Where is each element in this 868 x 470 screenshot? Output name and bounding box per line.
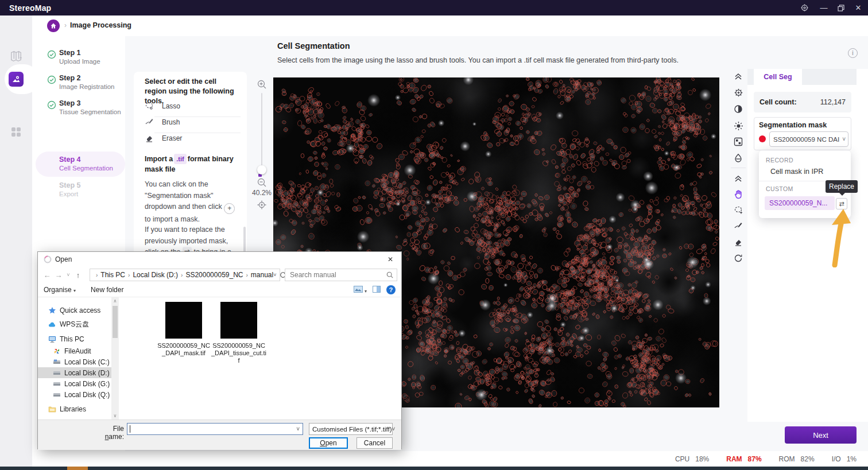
dialog-toolbar: Organise ▾ New folder ▾ ? bbox=[38, 283, 401, 297]
crosshair-icon bbox=[257, 200, 267, 210]
address-crumb[interactable]: manual bbox=[251, 271, 273, 279]
tool-brush[interactable]: Brush bbox=[145, 116, 240, 128]
address-bar[interactable]: › This PC › Local Disk (D:) › SS20000005… bbox=[90, 269, 280, 281]
tree-item-libraries[interactable]: Libraries bbox=[38, 403, 111, 414]
open-button[interactable]: Open bbox=[309, 437, 348, 449]
lasso-select-button[interactable] bbox=[729, 205, 747, 215]
collapse-up-button[interactable] bbox=[729, 72, 747, 81]
search-box[interactable] bbox=[285, 269, 397, 281]
minimize-button[interactable]: — bbox=[814, 0, 834, 15]
disk-icon bbox=[53, 380, 61, 388]
droplet-icon bbox=[734, 153, 743, 162]
tab-cell-seg[interactable]: Cell Seg bbox=[754, 69, 802, 85]
zoom-out-button[interactable] bbox=[257, 177, 267, 190]
mask-color-dot[interactable] bbox=[759, 135, 766, 142]
files-area: SS200000059_NC_DAPI_mask.tif SS200000059… bbox=[119, 297, 402, 419]
file-item-mask-tif[interactable]: SS200000059_NC_DAPI_mask.tif bbox=[156, 302, 211, 357]
new-folder-button[interactable]: New folder bbox=[91, 286, 123, 294]
cell-count-label: Cell count: bbox=[760, 98, 797, 106]
forward-button[interactable]: → bbox=[53, 271, 64, 279]
search-input[interactable] bbox=[289, 270, 383, 279]
pan-tool-button-active[interactable] bbox=[729, 189, 747, 199]
taskbar-edge bbox=[0, 467, 868, 470]
tool-eraser[interactable]: Eraser bbox=[145, 133, 240, 144]
eraser-icon bbox=[145, 134, 154, 143]
tree-item-fileaudit[interactable]: FileAudit bbox=[38, 345, 111, 356]
tree-item-quick-access[interactable]: Quick access bbox=[38, 305, 111, 316]
zoom-in-button[interactable] bbox=[257, 79, 267, 92]
zoom-slider-handle[interactable] bbox=[257, 165, 266, 174]
disk-icon bbox=[53, 369, 61, 377]
contrast-button[interactable] bbox=[729, 104, 747, 114]
swap-icon: ⇄ bbox=[839, 200, 844, 208]
checkerboard-button[interactable] bbox=[729, 137, 747, 146]
address-dropdown-caret[interactable]: ˅ bbox=[273, 272, 276, 278]
info-icon[interactable]: i bbox=[848, 48, 858, 58]
dropdown-item-cell-mask-ipr[interactable]: Cell mask in IPR bbox=[770, 168, 823, 176]
address-crumb[interactable]: This PC bbox=[100, 271, 125, 279]
rom-status: ROM82% bbox=[779, 455, 815, 463]
hand-icon bbox=[734, 189, 743, 199]
tree-item-local-disk-g[interactable]: Local Disk (G:) bbox=[38, 378, 111, 389]
page-description: Select cells from the image using the la… bbox=[277, 56, 679, 64]
tree-item-wps-cloud[interactable]: WPS云盘 bbox=[38, 319, 111, 330]
app-title: StereoMap bbox=[9, 3, 51, 13]
text-caret bbox=[130, 425, 130, 433]
panel-tab-bar: Cell Seg bbox=[747, 69, 857, 85]
next-button[interactable]: Next bbox=[785, 426, 857, 444]
tree-item-local-disk-d-selected[interactable]: Local Disk (D:) bbox=[38, 367, 111, 378]
double-chevron-up-icon bbox=[734, 72, 743, 81]
brush-tool-button[interactable] bbox=[729, 222, 747, 231]
dialog-close-button[interactable]: ✕ bbox=[384, 254, 397, 265]
eraser-tool-button[interactable] bbox=[729, 238, 747, 247]
breadcrumb-label: Image Processing bbox=[70, 21, 131, 29]
home-icon[interactable] bbox=[47, 20, 60, 32]
locate-button[interactable] bbox=[257, 200, 267, 212]
plus-icon[interactable]: + bbox=[224, 203, 235, 214]
brush-icon bbox=[734, 222, 743, 231]
tree-item-local-disk-q[interactable]: Local Disk (Q:) bbox=[38, 389, 111, 400]
sidebar-item-apps[interactable] bbox=[0, 126, 32, 138]
annotation-arrow bbox=[822, 208, 859, 270]
segmentation-mask-title: Segmentation mask bbox=[759, 121, 827, 129]
settings-gear-icon[interactable] bbox=[795, 0, 814, 15]
tree-scrollbar[interactable]: ∧ ∨ bbox=[111, 297, 119, 419]
zoom-slider-track[interactable] bbox=[261, 93, 262, 166]
organise-menu[interactable]: Organise ▾ bbox=[44, 286, 76, 294]
file-name-label: File name: bbox=[92, 425, 124, 441]
tree-item-local-disk-c[interactable]: Local Disk (C:) bbox=[38, 356, 111, 367]
file-item-tissue-cut-tif[interactable]: SS200000059_NC_DAPI_tissue_cut.tif bbox=[211, 302, 266, 364]
zoom-in-icon bbox=[257, 79, 267, 90]
adjust-settings-button[interactable] bbox=[729, 88, 747, 98]
sidebar-item-image-processing[interactable] bbox=[0, 72, 32, 87]
libraries-icon bbox=[48, 405, 56, 413]
preview-pane-button[interactable] bbox=[373, 286, 381, 294]
recent-locations-caret[interactable]: ˅ bbox=[64, 272, 72, 278]
address-crumb[interactable]: SS200000059_NC bbox=[185, 271, 243, 279]
tool-lasso[interactable]: Lasso bbox=[145, 100, 240, 112]
help-button[interactable]: ? bbox=[386, 285, 396, 294]
back-button[interactable]: ← bbox=[41, 271, 53, 279]
file-thumbnail bbox=[165, 302, 202, 339]
view-mode-button[interactable]: ▾ bbox=[354, 286, 367, 294]
cancel-button[interactable]: Cancel bbox=[356, 437, 393, 449]
ram-status: RAM87% bbox=[726, 455, 761, 463]
brightness-button[interactable] bbox=[729, 121, 747, 131]
tree-item-this-pc[interactable]: This PC bbox=[38, 333, 111, 344]
file-thumbnail bbox=[220, 302, 257, 339]
up-button[interactable]: ↑ bbox=[72, 271, 84, 279]
pinwheel-icon bbox=[53, 347, 61, 355]
opacity-button[interactable] bbox=[729, 153, 747, 162]
address-crumb[interactable]: Local Disk (D:) bbox=[133, 271, 178, 279]
gear-adjust-icon bbox=[734, 88, 743, 98]
restore-button[interactable] bbox=[831, 0, 851, 15]
file-name-input[interactable]: ˅ bbox=[127, 423, 303, 435]
close-button[interactable]: ✕ bbox=[848, 0, 868, 15]
reset-view-button[interactable] bbox=[729, 254, 747, 263]
taskbar-edge-highlight bbox=[67, 467, 88, 470]
collapse-up-button-2[interactable] bbox=[729, 174, 747, 183]
mask-select[interactable]: SS200000059 NC DAI ˅ bbox=[769, 131, 848, 147]
sidebar-item-map[interactable] bbox=[0, 50, 32, 63]
open-file-dialog: Open ✕ ← → ˅ ↑ › This PC › Local Disk (D… bbox=[37, 251, 402, 449]
file-type-select[interactable]: Customised Files (*.tif;*.tiff) ˅ bbox=[309, 423, 393, 435]
